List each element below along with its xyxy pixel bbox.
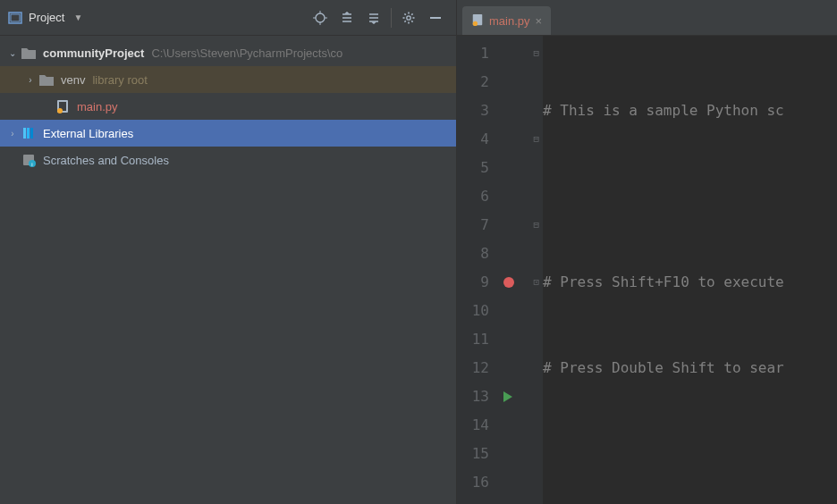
line-number[interactable]: 1 bbox=[457, 39, 489, 68]
svg-point-2 bbox=[316, 13, 325, 22]
close-icon[interactable]: × bbox=[536, 14, 543, 28]
project-tree: ⌄ communityProject C:\Users\Steven\Pycha… bbox=[0, 36, 456, 504]
python-file-icon bbox=[471, 13, 484, 29]
svg-point-27 bbox=[57, 108, 63, 113]
project-panel: Project ▼ ⌄ communityProject C:\Users\St… bbox=[0, 0, 457, 504]
line-number[interactable]: 4 bbox=[457, 125, 489, 154]
libraries-icon bbox=[20, 124, 38, 142]
chevron-down-icon[interactable]: ▼ bbox=[73, 13, 82, 22]
project-dropdown-label[interactable]: Project bbox=[29, 11, 70, 24]
svg-marker-10 bbox=[344, 12, 350, 14]
line-number[interactable]: 11 bbox=[457, 325, 489, 354]
collapse-all-icon[interactable] bbox=[360, 4, 387, 31]
fold-icon[interactable]: ⊟ bbox=[533, 125, 539, 154]
line-number[interactable]: 5 bbox=[457, 154, 489, 182]
line-number[interactable]: 6 bbox=[457, 182, 489, 211]
chevron-down-icon[interactable]: ⌄ bbox=[5, 48, 20, 58]
chevron-right-icon[interactable]: › bbox=[23, 75, 38, 85]
svg-rect-24 bbox=[430, 17, 441, 19]
python-file-icon bbox=[54, 97, 72, 115]
line-number[interactable]: 9 bbox=[457, 268, 489, 297]
svg-text:i: i bbox=[31, 162, 32, 167]
line-number[interactable]: 15 bbox=[457, 440, 489, 468]
editor-tabbar: main.py × bbox=[457, 0, 837, 36]
tree-venv-folder[interactable]: › venv library root bbox=[0, 66, 456, 93]
svg-line-22 bbox=[404, 21, 405, 21]
scratches-label: Scratches and Consoles bbox=[43, 154, 169, 167]
scratches-icon: i bbox=[20, 151, 38, 169]
tree-file-main[interactable]: main.py bbox=[0, 93, 456, 120]
folder-icon bbox=[20, 44, 38, 62]
project-root-path: C:\Users\Steven\PycharmProjects\co bbox=[151, 46, 342, 60]
project-toolbar: Project ▼ bbox=[0, 0, 456, 36]
svg-line-21 bbox=[411, 21, 412, 21]
svg-line-20 bbox=[404, 13, 405, 14]
fold-end-icon[interactable]: ⊡ bbox=[533, 268, 539, 297]
expand-all-icon[interactable] bbox=[334, 4, 360, 31]
svg-rect-1 bbox=[11, 14, 20, 21]
line-number[interactable]: 2 bbox=[457, 68, 489, 97]
tree-project-root[interactable]: ⌄ communityProject C:\Users\Steven\Pycha… bbox=[0, 39, 456, 66]
venv-hint: library root bbox=[92, 73, 147, 87]
svg-point-15 bbox=[407, 15, 410, 19]
code-editor[interactable]: 1 2 3 4 5 6 7 8 9 10 11 12 13 14 15 16 ⊟… bbox=[457, 36, 837, 504]
svg-rect-29 bbox=[27, 128, 30, 139]
folder-icon bbox=[38, 71, 55, 88]
project-icon bbox=[7, 10, 23, 26]
svg-rect-28 bbox=[23, 128, 26, 139]
editor-panel: main.py × 1 2 3 4 5 6 7 8 9 10 11 12 13 … bbox=[457, 0, 837, 504]
tree-external-libraries[interactable]: › External Libraries bbox=[0, 120, 456, 147]
line-number[interactable]: 16 bbox=[457, 468, 489, 497]
locate-icon[interactable] bbox=[307, 4, 334, 31]
code-area[interactable]: # This is a sample Python sc # Press Shi… bbox=[543, 36, 837, 504]
svg-marker-14 bbox=[371, 21, 376, 24]
line-number[interactable]: 7 bbox=[457, 211, 489, 239]
tab-main-py[interactable]: main.py × bbox=[462, 6, 551, 35]
svg-line-23 bbox=[411, 13, 412, 14]
separator bbox=[391, 8, 392, 28]
fold-icon[interactable]: ⊟ bbox=[533, 211, 539, 239]
file-main-label: main.py bbox=[77, 100, 118, 113]
run-gutter-icon[interactable] bbox=[503, 391, 512, 402]
external-libraries-label: External Libraries bbox=[43, 127, 133, 140]
line-number[interactable]: 12 bbox=[457, 354, 489, 382]
chevron-right-icon[interactable]: › bbox=[5, 129, 20, 139]
gear-icon[interactable] bbox=[395, 4, 422, 31]
marker-gutter[interactable]: ⊟ ⊟ ⊟ ⊡ bbox=[498, 36, 543, 504]
svg-rect-30 bbox=[30, 128, 33, 139]
venv-label: venv bbox=[61, 73, 85, 87]
svg-point-35 bbox=[473, 21, 478, 25]
line-number[interactable]: 3 bbox=[457, 97, 489, 125]
tab-label: main.py bbox=[489, 14, 530, 28]
code-text: # This is a sample Python sc bbox=[543, 102, 784, 119]
line-number[interactable]: 14 bbox=[457, 411, 489, 440]
line-number[interactable]: 13 bbox=[457, 382, 489, 411]
tree-scratches[interactable]: i Scratches and Consoles bbox=[0, 147, 456, 173]
fold-icon[interactable]: ⊟ bbox=[533, 39, 539, 68]
line-number-gutter: 1 2 3 4 5 6 7 8 9 10 11 12 13 14 15 16 bbox=[457, 36, 498, 504]
code-text: # Press Shift+F10 to execute bbox=[543, 273, 784, 290]
line-number[interactable]: 10 bbox=[457, 297, 489, 325]
hide-panel-icon[interactable] bbox=[422, 4, 449, 31]
breakpoint-icon[interactable] bbox=[503, 277, 514, 288]
line-number[interactable]: 8 bbox=[457, 239, 489, 268]
project-root-label: communityProject bbox=[43, 46, 144, 60]
code-text: # Press Double Shift to sear bbox=[543, 359, 784, 376]
